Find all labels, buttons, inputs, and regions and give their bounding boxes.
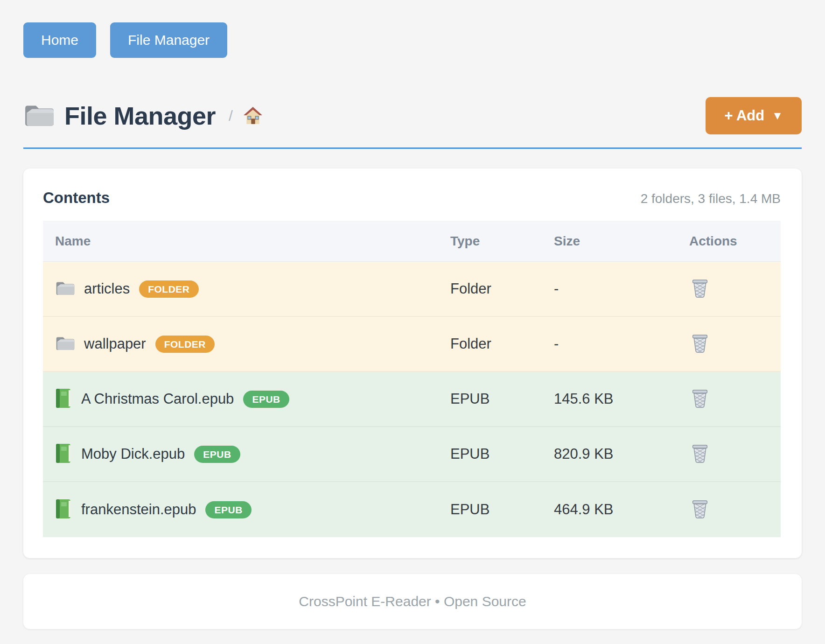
trash-icon	[691, 279, 709, 300]
column-header-type: Type	[450, 234, 554, 249]
footer-text: CrossPoint E-Reader • Open Source	[299, 594, 526, 609]
add-button[interactable]: + Add ▼	[706, 97, 802, 134]
trash-icon	[691, 499, 709, 520]
file-type: EPUB	[450, 501, 554, 518]
column-header-name: Name	[43, 234, 450, 249]
folder-icon	[55, 335, 75, 353]
contents-summary: 2 folders, 3 files, 1.4 MB	[641, 191, 781, 206]
delete-button[interactable]	[689, 277, 711, 301]
file-size: 820.9 KB	[554, 446, 689, 462]
page-header: File Manager / + Add ▼	[23, 97, 802, 134]
nav-button-file-manager[interactable]: File Manager	[110, 22, 227, 58]
table-row[interactable]: wallpaper FOLDER Folder -	[43, 317, 781, 372]
type-badge: EPUB	[243, 391, 289, 408]
type-badge: FOLDER	[139, 280, 198, 298]
type-badge: EPUB	[194, 446, 240, 463]
table-row[interactable]: frankenstein.epub EPUB EPUB 464.9 KB	[43, 482, 781, 537]
folder-icon	[23, 102, 54, 129]
add-button-label: + Add	[724, 107, 764, 124]
table-row[interactable]: A Christmas Carol.epub EPUB EPUB 145.6 K…	[43, 372, 781, 427]
file-name[interactable]: wallpaper	[84, 336, 146, 352]
table-header: Name Type Size Actions	[43, 221, 781, 262]
file-name[interactable]: articles	[84, 280, 130, 297]
file-size: 145.6 KB	[554, 391, 689, 407]
home-icon[interactable]	[243, 106, 263, 125]
nav-button-home[interactable]: Home	[23, 22, 96, 58]
file-size: 464.9 KB	[554, 501, 689, 518]
file-type: EPUB	[450, 391, 554, 407]
file-name[interactable]: frankenstein.epub	[81, 501, 196, 518]
header-divider	[23, 147, 802, 149]
type-badge: EPUB	[205, 501, 251, 518]
folder-icon	[55, 280, 75, 298]
caret-down-icon: ▼	[772, 109, 783, 122]
book-icon	[55, 443, 72, 466]
file-size: -	[554, 280, 689, 297]
contents-card: Contents 2 folders, 3 files, 1.4 MB Name…	[23, 168, 802, 558]
file-name[interactable]: Moby Dick.epub	[81, 446, 185, 462]
trash-icon	[691, 334, 709, 355]
file-size: -	[554, 336, 689, 352]
trash-icon	[691, 444, 709, 465]
column-header-size: Size	[554, 234, 689, 249]
delete-button[interactable]	[689, 442, 711, 467]
breadcrumb-separator: /	[229, 107, 233, 125]
footer: CrossPoint E-Reader • Open Source	[23, 574, 802, 629]
delete-button[interactable]	[689, 332, 711, 357]
file-table: Name Type Size Actions articles FOLDER F…	[43, 221, 781, 537]
top-nav: Home File Manager	[23, 22, 802, 58]
book-icon	[55, 498, 72, 521]
file-type: Folder	[450, 280, 554, 297]
table-row[interactable]: articles FOLDER Folder -	[43, 262, 781, 317]
table-row[interactable]: Moby Dick.epub EPUB EPUB 820.9 KB	[43, 427, 781, 482]
type-badge: FOLDER	[155, 336, 215, 353]
trash-icon	[691, 389, 709, 410]
file-type: Folder	[450, 336, 554, 352]
column-header-actions: Actions	[689, 234, 781, 249]
contents-title: Contents	[43, 189, 110, 207]
delete-button[interactable]	[689, 387, 711, 412]
page-title: File Manager	[64, 101, 216, 130]
file-name[interactable]: A Christmas Carol.epub	[81, 391, 234, 407]
file-type: EPUB	[450, 446, 554, 462]
delete-button[interactable]	[689, 497, 711, 522]
book-icon	[55, 388, 72, 411]
